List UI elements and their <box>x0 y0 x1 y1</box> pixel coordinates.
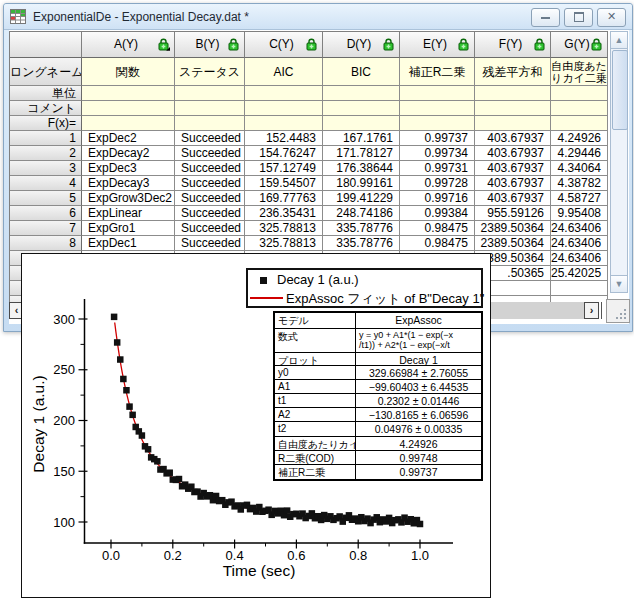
table-cell[interactable]: 24.63406 <box>551 221 608 236</box>
worksheet-titlebar[interactable]: ExponentialDe - Exponential Decay.dat * … <box>4 4 632 30</box>
fit-results-table[interactable]: モデルExpAssoc数式y = y0 + A1*(1 − exp(−x /t1… <box>273 311 483 481</box>
table-cell[interactable]: 24.63406 <box>551 236 608 251</box>
table-cell[interactable]: 0.99716 <box>400 191 475 206</box>
header-cell[interactable] <box>551 101 608 116</box>
row-header[interactable]: 4 <box>10 176 82 191</box>
table-cell[interactable]: 199.41229 <box>323 191 400 206</box>
header-cell[interactable] <box>323 116 400 131</box>
lock-icon[interactable] <box>457 38 470 51</box>
header-cell[interactable] <box>323 86 400 101</box>
scroll-down-button[interactable]: ▼ <box>611 275 627 292</box>
table-cell[interactable]: 236.35431 <box>245 206 323 221</box>
window-resize-grip[interactable] <box>606 299 630 323</box>
table-cell[interactable]: Succeeded <box>175 161 245 176</box>
scroll-right-button[interactable]: › <box>584 302 599 319</box>
table-cell[interactable]: ExpGro1 <box>82 221 175 236</box>
graph-window[interactable]: 0.00.20.40.60.81.0100150200250300Time (s… <box>21 253 491 598</box>
row-header[interactable]: 2 <box>10 146 82 161</box>
header-cell[interactable] <box>175 116 245 131</box>
header-cell[interactable]: AIC <box>245 58 323 86</box>
table-cell[interactable]: ExpGrow3Dec2 <box>82 191 175 206</box>
table-cell[interactable]: 154.76247 <box>245 146 323 161</box>
header-cell[interactable]: 残差平方和 <box>475 58 551 86</box>
minimize-button[interactable] <box>531 8 560 27</box>
table-cell[interactable]: 403.67937 <box>475 176 551 191</box>
table-cell[interactable]: 0.99734 <box>400 146 475 161</box>
table-cell[interactable]: 2389.50364 <box>475 236 551 251</box>
close-button[interactable]: ✕ <box>597 8 626 27</box>
column-header-c[interactable]: C(Y) <box>245 32 323 58</box>
table-cell[interactable]: 0.99737 <box>400 131 475 146</box>
row-label-header[interactable]: コメント <box>10 101 82 116</box>
table-cell[interactable]: Succeeded <box>175 236 245 251</box>
table-cell[interactable]: 403.67937 <box>475 161 551 176</box>
table-cell[interactable]: 955.59126 <box>475 206 551 221</box>
header-cell[interactable]: 関数 <box>82 58 175 86</box>
table-cell[interactable]: 0.99728 <box>400 176 475 191</box>
table-cell[interactable]: 0.98475 <box>400 221 475 236</box>
table-cell[interactable]: 167.1761 <box>323 131 400 146</box>
header-cell[interactable] <box>400 116 475 131</box>
table-cell[interactable]: 4.58727 <box>551 191 608 206</box>
table-cell[interactable]: 169.77763 <box>245 191 323 206</box>
table-cell[interactable]: 171.78127 <box>323 146 400 161</box>
row-label-header[interactable]: F(x)= <box>10 116 82 131</box>
column-header-g[interactable]: G(Y) <box>551 32 608 58</box>
table-cell[interactable]: 25.42025 <box>551 266 608 281</box>
header-cell[interactable] <box>175 101 245 116</box>
header-cell[interactable]: BIC <box>323 58 400 86</box>
header-cell[interactable] <box>245 86 323 101</box>
header-cell[interactable]: 補正R二乗 <box>400 58 475 86</box>
header-cell[interactable] <box>323 101 400 116</box>
table-cell[interactable]: 325.78813 <box>245 236 323 251</box>
table-cell[interactable]: 0.99731 <box>400 161 475 176</box>
table-cell[interactable]: 4.38782 <box>551 176 608 191</box>
table-cell[interactable]: ExpLinear <box>82 206 175 221</box>
column-header-a[interactable]: A(Y) <box>82 32 175 58</box>
header-cell[interactable] <box>551 116 608 131</box>
table-cell[interactable]: 180.99161 <box>323 176 400 191</box>
row-header[interactable]: 8 <box>10 236 82 251</box>
header-cell[interactable] <box>475 86 551 101</box>
scroll-up-button[interactable]: ▲ <box>611 32 627 49</box>
lock-icon[interactable] <box>382 38 395 51</box>
row-header[interactable]: 3 <box>10 161 82 176</box>
table-cell[interactable] <box>551 281 608 296</box>
header-cell[interactable] <box>82 101 175 116</box>
table-cell[interactable]: 335.78776 <box>323 221 400 236</box>
table-cell[interactable]: 176.38644 <box>323 161 400 176</box>
column-header-e[interactable]: E(Y) <box>400 32 475 58</box>
table-cell[interactable]: 325.78813 <box>245 221 323 236</box>
table-cell[interactable]: 335.78776 <box>323 236 400 251</box>
table-cell[interactable]: ExpDec3 <box>82 161 175 176</box>
table-cell[interactable]: 24.63406 <box>551 251 608 266</box>
table-cell[interactable]: 4.34064 <box>551 161 608 176</box>
table-cell[interactable]: ExpDec1 <box>82 236 175 251</box>
row-label-header[interactable]: ロングネーム <box>10 58 82 86</box>
vertical-scrollbar[interactable]: ▲ ▼ <box>610 31 628 293</box>
column-header-b[interactable]: B(Y) <box>175 32 245 58</box>
table-cell[interactable]: 0.99384 <box>400 206 475 221</box>
table-cell[interactable]: Succeeded <box>175 146 245 161</box>
table-cell[interactable]: ExpDec2 <box>82 131 175 146</box>
row-header[interactable]: 7 <box>10 221 82 236</box>
header-cell[interactable] <box>245 101 323 116</box>
table-cell[interactable]: Succeeded <box>175 176 245 191</box>
table-cell[interactable]: 403.67937 <box>475 191 551 206</box>
table-cell[interactable]: 403.67937 <box>475 146 551 161</box>
header-cell[interactable] <box>551 86 608 101</box>
table-cell[interactable]: 403.67937 <box>475 131 551 146</box>
lock-icon[interactable] <box>305 38 318 51</box>
restore-button[interactable] <box>564 8 593 27</box>
table-cell[interactable]: 2389.50364 <box>475 221 551 236</box>
table-cell[interactable]: Succeeded <box>175 221 245 236</box>
row-header[interactable]: 6 <box>10 206 82 221</box>
table-cell[interactable]: Succeeded <box>175 206 245 221</box>
row-header[interactable]: 1 <box>10 131 82 146</box>
table-cell[interactable]: 159.54507 <box>245 176 323 191</box>
table-cell[interactable]: 4.24926 <box>551 131 608 146</box>
table-cell[interactable]: 248.74186 <box>323 206 400 221</box>
row-header[interactable]: 5 <box>10 191 82 206</box>
lock-menu-icon[interactable] <box>157 38 170 51</box>
row-label-header[interactable]: 単位 <box>10 86 82 101</box>
